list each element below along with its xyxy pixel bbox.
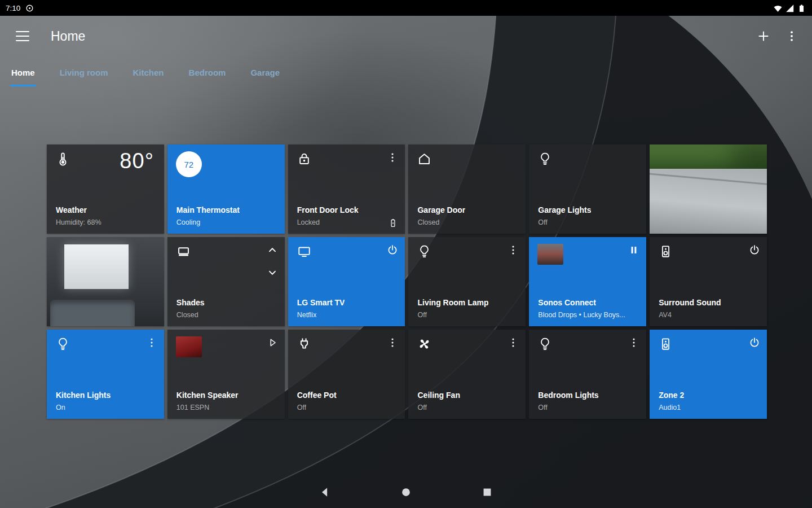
tile-garage-door[interactable]: Garage DoorClosed [408,144,526,234]
thermometer-icon [55,151,70,167]
tile-name: Kitchen Lights [56,391,111,400]
tile-status: Off [297,404,306,411]
tile-header [658,244,761,259]
tile-header [55,336,158,352]
pause-button[interactable] [628,244,640,256]
tile-surround-sound[interactable]: Surround SoundAV4 [650,237,767,326]
status-bar-right [773,3,806,13]
tile-header [176,336,279,357]
tile-main-thermostat[interactable]: 72Main ThermostatCooling [167,144,285,234]
tile-coffee-pot[interactable]: Coffee PotOff [288,330,405,419]
espn-album-art [176,336,202,357]
tile-name: Living Room Lamp [417,298,488,307]
tile-menu-icon[interactable] [145,336,158,349]
tile-name: LG Smart TV [297,298,345,307]
camera-tile-driveway-camera[interactable] [650,144,767,234]
tile-status: Off [538,404,547,411]
tab-garage[interactable]: Garage [250,56,280,88]
lightbulb-icon [417,244,432,259]
tile-kitchen-lights[interactable]: Kitchen LightsOn [47,330,164,419]
status-bar: 7:10 [0,0,812,16]
thermostat-setpoint-badge: 72 [176,151,202,177]
wifi-icon [773,3,783,13]
tile-name: Main Thermostat [176,205,240,214]
shades-up-button[interactable] [266,244,279,256]
home-button[interactable] [400,486,412,498]
tab-living-room[interactable]: Living room [60,56,108,88]
tile-header [537,151,640,167]
tile-status: Closed [176,311,198,319]
tile-ceiling-fan[interactable]: Ceiling FanOff [408,330,526,419]
tv-icon [297,244,312,259]
tile-kitchen-speaker[interactable]: Kitchen Speaker101 ESPN [167,330,285,419]
tab-bedroom[interactable]: Bedroom [189,56,226,88]
tile-name: Coffee Pot [297,391,337,400]
tile-shades[interactable]: ShadesClosed [167,237,285,326]
tile-menu-icon[interactable] [386,151,399,164]
tile-status: Off [417,311,426,319]
lightbulb-icon [537,151,553,167]
tile-living-room-lamp[interactable]: Living Room LampOff [408,237,526,326]
tile-status: Audio1 [659,404,681,411]
tab-home[interactable]: Home [11,56,35,88]
tile-status: Closed [417,218,439,226]
tile-front-door-lock[interactable]: Front Door LockLocked [288,144,405,234]
tile-menu-icon[interactable] [507,336,519,349]
driveway-camera-feed [650,144,767,234]
tile-header [417,151,519,167]
fan-icon [417,336,432,352]
play-button[interactable] [266,336,279,349]
tile-name: Ceiling Fan [417,391,460,400]
overflow-menu-icon[interactable] [785,29,798,43]
sonos-album-art [537,244,563,265]
living-room-camera-feed [47,237,164,326]
tile-status: Locked [297,218,320,226]
tile-menu-icon[interactable] [628,336,640,349]
tile-name: Front Door Lock [297,205,359,214]
tile-status: Blood Drops • Lucky Boys... [538,311,625,319]
tile-controls [628,336,640,349]
shades-down-button[interactable] [266,266,279,279]
lock-icon [297,151,312,167]
status-circle-icon [25,4,34,12]
menu-icon[interactable] [16,31,29,41]
tile-garage-lights[interactable]: Garage LightsOff [529,144,646,234]
camera-tile-living-room-camera[interactable] [47,237,164,326]
tile-menu-icon[interactable] [507,244,519,256]
tile-controls [507,336,519,349]
tile-controls [145,336,158,349]
tile-sonos-connect[interactable]: Sonos ConnectBlood Drops • Lucky Boys... [529,237,646,326]
tile-weather[interactable]: 80°WeatherHumidity: 68% [47,144,164,234]
power-button[interactable] [386,244,399,256]
tile-controls [386,151,399,164]
tile-status: Netflix [297,311,317,319]
tile-menu-icon[interactable] [386,336,399,349]
back-button[interactable] [319,486,331,498]
navigation-bar [0,476,812,508]
tile-name: Shades [176,298,205,307]
battery-icon [797,3,806,13]
shades-icon [176,244,191,259]
tile-lg-smart-tv[interactable]: LG Smart TVNetflix [288,237,405,326]
tile-controls [266,244,279,279]
tab-kitchen[interactable]: Kitchen [133,56,164,88]
power-button[interactable] [748,244,761,256]
tile-header [176,244,279,279]
add-icon[interactable] [757,29,770,43]
tile-controls [386,336,399,349]
app-bar: Home [0,16,812,56]
tile-zone-2[interactable]: Zone 2Audio1 [650,330,767,419]
tile-controls [748,244,761,256]
power-button[interactable] [748,336,761,349]
tile-status: AV4 [659,311,672,319]
tile-header [297,151,399,167]
tile-status: Cooling [176,218,200,226]
tile-status: 101 ESPN [176,404,209,411]
recents-button[interactable] [481,486,493,498]
tile-name: Garage Lights [538,205,591,214]
tile-name: Surround Sound [659,298,721,307]
lightbulb-icon [55,336,70,352]
tile-status: Off [538,218,547,226]
tile-bedroom-lights[interactable]: Bedroom LightsOff [529,330,646,419]
lightbulb-icon [537,336,553,352]
